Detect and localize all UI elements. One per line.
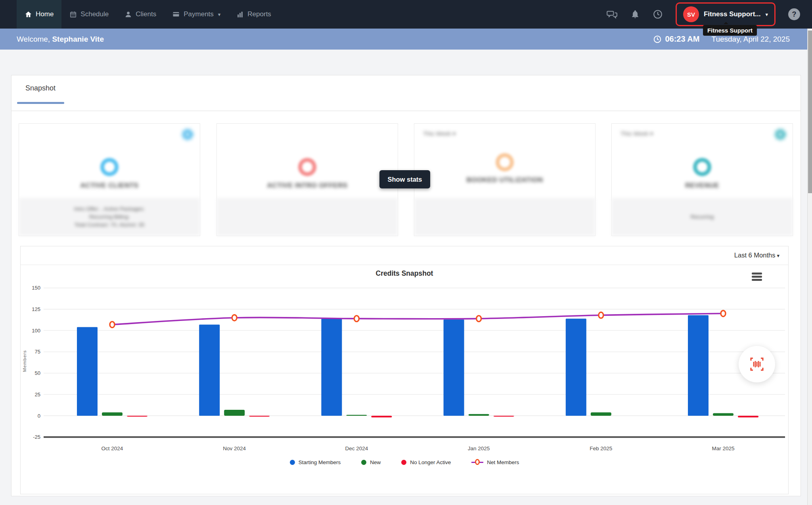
active-clients-donut-icon xyxy=(100,158,119,176)
welcome-bar: Welcome, Stephanie Vite 06:23 AM Tuesday… xyxy=(0,29,807,50)
active-intro-offers-donut-icon xyxy=(298,158,316,176)
stat-card-active-intro-offers[interactable]: ACTIVE INTRO OFFERS xyxy=(216,123,398,236)
help-icon[interactable]: ? xyxy=(788,8,800,20)
show-stats-button[interactable]: Show stats xyxy=(379,170,430,188)
net-members-marker xyxy=(477,316,481,322)
clock-icon xyxy=(653,35,662,44)
y-tick-label: 0 xyxy=(38,413,40,419)
nav-item-label: Clients xyxy=(136,10,156,18)
legend-label: New xyxy=(370,459,381,465)
x-tick-label: Dec 2024 xyxy=(345,445,368,451)
bar-starting-members xyxy=(321,319,342,416)
nav-item-label: Payments xyxy=(184,10,214,18)
main-panel: Snapshot ACTIVE CLIENTS Intro Offer: , A… xyxy=(11,75,801,496)
user-name: Stephanie Vite xyxy=(52,35,104,43)
stat-card-revenue[interactable]: This Week ▾ REVENUE Recurring xyxy=(611,123,793,236)
current-date: Tuesday, April 22, 2025 xyxy=(711,35,790,44)
clock-icon[interactable] xyxy=(653,9,663,19)
stat-card-footer xyxy=(217,198,398,236)
legend-label: No Longer Active xyxy=(410,459,451,465)
net-members-marker xyxy=(721,311,726,317)
y-tick-label: 150 xyxy=(32,285,40,291)
time-value: 06:23 AM xyxy=(665,35,699,44)
x-tick-label: Mar 2025 xyxy=(712,445,734,451)
nav-item-payments[interactable]: Payments ▾ xyxy=(164,0,228,29)
legend-dot-icon xyxy=(290,460,295,465)
dashboard-screen: Home Schedule Clients Payments ▾ xyxy=(0,0,812,505)
chevron-down-icon: ▾ xyxy=(218,12,221,17)
net-members-marker xyxy=(354,316,359,322)
home-icon xyxy=(25,11,32,18)
nav-item-home[interactable]: Home xyxy=(17,0,61,29)
barcode-icon xyxy=(748,355,766,373)
net-members-marker xyxy=(599,312,603,318)
y-tick-label: 75 xyxy=(35,349,40,355)
tab-snapshot[interactable]: Snapshot xyxy=(25,84,56,92)
tab-divider xyxy=(11,111,801,111)
legend-item-no-longer-active[interactable]: No Longer Active xyxy=(401,459,451,465)
y-tick-label: 50 xyxy=(35,370,40,376)
stat-card-title: ACTIVE INTRO OFFERS xyxy=(217,182,398,190)
bar-chart-icon xyxy=(236,11,244,18)
stat-card-footer: Recurring xyxy=(612,198,793,236)
legend-item-new[interactable]: New xyxy=(361,459,381,465)
stat-card-booked-utilization[interactable]: This Week ▾ BOOKED UTILIZATION xyxy=(414,123,596,236)
stat-card-footer-line: Total Contract: 70, Alumni: 35 xyxy=(75,222,144,228)
vertical-scrollbar[interactable] xyxy=(807,29,812,505)
current-time: 06:23 AM xyxy=(653,35,699,44)
booked-utilization-donut-icon xyxy=(496,153,514,171)
bar-new xyxy=(713,413,733,416)
period-dropdown[interactable]: This Week ▾ xyxy=(620,130,653,137)
y-tick-label: 100 xyxy=(32,328,40,334)
bar-new xyxy=(591,412,611,416)
nav-item-schedule[interactable]: Schedule xyxy=(61,0,117,29)
bar-no-longer-active xyxy=(494,416,514,417)
bar-starting-members xyxy=(688,315,709,416)
stat-card-footer xyxy=(414,198,595,236)
datetime-area: 06:23 AM Tuesday, April 22, 2025 xyxy=(653,35,790,44)
bar-new xyxy=(469,414,489,416)
avatar[interactable]: SV xyxy=(683,6,699,22)
legend-label: Net Members xyxy=(487,459,519,465)
chevron-down-icon: ▾ xyxy=(765,12,768,17)
stat-card-active-clients[interactable]: ACTIVE CLIENTS Intro Offer: , Active Pac… xyxy=(19,123,200,236)
stat-card-footer-line: Recurring xyxy=(691,214,714,220)
bar-no-longer-active xyxy=(371,416,392,417)
y-tick-label: 125 xyxy=(32,306,40,312)
stat-card-footer-line: Recurring Billing: xyxy=(89,214,130,220)
x-tick-label: Oct 2024 xyxy=(102,445,123,451)
bar-no-longer-active xyxy=(249,416,270,417)
nav-item-reports[interactable]: Reports xyxy=(228,0,279,29)
top-navbar: Home Schedule Clients Payments ▾ xyxy=(0,0,812,29)
period-dropdown[interactable]: This Week ▾ xyxy=(423,130,456,137)
stat-card-title: REVENUE xyxy=(612,182,793,190)
gear-icon[interactable] xyxy=(774,128,787,143)
nav-item-label: Reports xyxy=(247,10,271,18)
welcome-text: Welcome, Stephanie Vite xyxy=(17,35,104,44)
bell-icon[interactable] xyxy=(630,9,640,19)
scrollbar-thumb[interactable] xyxy=(808,31,812,193)
user-menu[interactable]: SV Fitness Support... ▾ Fitness Support xyxy=(676,2,776,26)
bar-new xyxy=(102,412,123,416)
legend-item-net-members[interactable]: Net Members xyxy=(471,459,519,465)
stat-card-footer-line: Intro Offer: , Active Packages: xyxy=(74,206,145,212)
bar-starting-members xyxy=(566,319,586,416)
stat-card-title: BOOKED UTILIZATION xyxy=(414,176,595,184)
bar-starting-members xyxy=(199,325,220,416)
nav-item-clients[interactable]: Clients xyxy=(117,0,164,29)
stat-card-title: ACTIVE CLIENTS xyxy=(19,182,200,190)
nav-item-label: Schedule xyxy=(80,10,109,18)
tab-active-underline xyxy=(17,102,64,104)
legend-item-starting-members[interactable]: Starting Members xyxy=(290,459,341,465)
scan-fab-button[interactable] xyxy=(739,346,775,382)
chart-legend: Starting MembersNewNo Longer ActiveNet M… xyxy=(21,459,788,465)
revenue-donut-icon xyxy=(693,158,711,176)
gear-icon[interactable] xyxy=(181,128,194,143)
legend-dot-icon xyxy=(401,460,406,465)
x-tick-label: Feb 2025 xyxy=(590,445,612,451)
net-members-marker xyxy=(110,322,115,328)
x-tick-label: Jan 2025 xyxy=(468,445,490,451)
calendar-icon xyxy=(69,11,77,18)
chat-icon[interactable] xyxy=(607,9,618,19)
bar-new xyxy=(346,415,367,416)
